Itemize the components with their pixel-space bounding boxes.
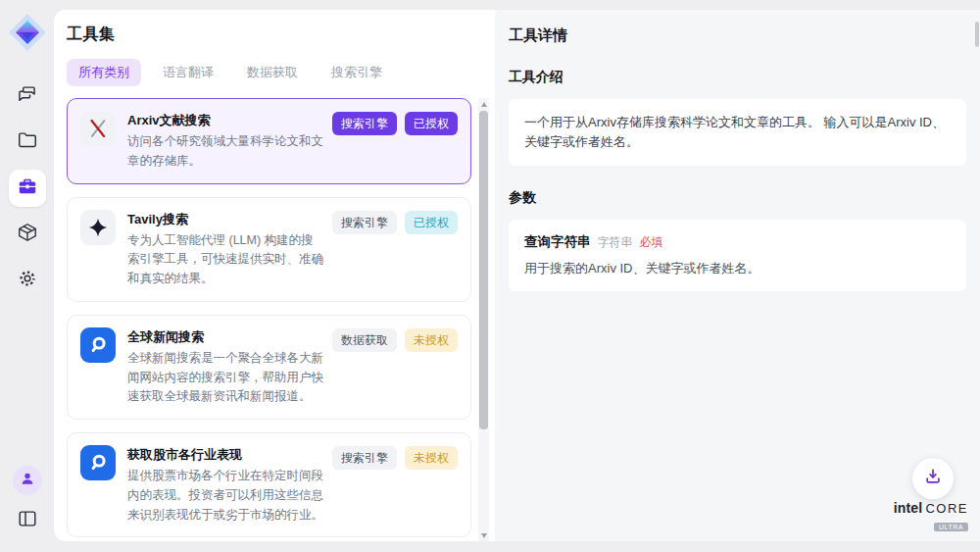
app-sidebar <box>0 0 54 552</box>
tool-description: 提供股票市场各个行业在特定时间段内的表现。投资者可以利用这些信息来识别表现优于或… <box>127 467 324 525</box>
tool-card[interactable]: 获取股市各行业表现提供股票市场各个行业在特定时间段内的表现。投资者可以利用这些信… <box>67 432 471 537</box>
intro-heading: 工具介绍 <box>509 69 966 86</box>
param-name: 查询字符串 <box>524 233 591 251</box>
juhe-icon <box>80 327 116 363</box>
tool-name: 获取股市各行业表现 <box>127 445 324 465</box>
auth-status-badge: 未授权 <box>405 328 458 352</box>
tool-card[interactable]: Arxiv文献搜索访问各个研究领域大量科学论文和文章的存储库。搜索引擎已授权 <box>67 98 471 184</box>
sidebar-item-files[interactable] <box>9 124 46 161</box>
param-card: 查询字符串 字符串 必填 用于搜索的Arxiv ID、关键字或作者姓名。 <box>509 220 966 291</box>
brand-intel-text: intel <box>894 500 923 516</box>
chat-icon <box>17 83 38 109</box>
sidebar-nav <box>9 77 46 299</box>
tool-detail-panel: 工具详情 工具介绍 一个用于从Arxiv存储库搜索科学论文和文章的工具。 输入可… <box>495 10 980 541</box>
main-window: 工具集 所有类别语言翻译数据获取搜索引擎 Arxiv文献搜索访问各个研究领域大量… <box>54 10 980 541</box>
category-tabs: 所有类别语言翻译数据获取搜索引擎 <box>67 59 495 86</box>
download-icon <box>923 467 943 490</box>
gear-icon <box>17 268 38 293</box>
tool-description: 全球新闻搜索是一个聚合全球各大新闻网站内容的搜索引擎，帮助用户快速获取全球最新资… <box>127 349 324 407</box>
panel-toggle-icon <box>17 508 38 533</box>
tool-list-viewport: Arxiv文献搜索访问各个研究领域大量科学论文和文章的存储库。搜索引擎已授权Ta… <box>67 98 495 541</box>
scrollbar-thumb[interactable] <box>479 111 488 429</box>
tab-0[interactable]: 所有类别 <box>67 59 141 86</box>
list-scrollbar[interactable] <box>478 98 489 541</box>
tool-card[interactable]: Tavily搜索专为人工智能代理 (LLM) 构建的搜索引擎工具，可快速提供实时… <box>67 197 471 302</box>
sidebar-item-settings[interactable] <box>9 262 46 299</box>
category-badge: 搜索引擎 <box>332 112 397 135</box>
tool-name: Arxiv文献搜索 <box>127 111 324 130</box>
arxiv-icon <box>80 111 116 146</box>
tavily-icon <box>80 210 116 245</box>
tool-description: 专为人工智能代理 (LLM) 构建的搜索引擎工具，可快速提供实时、准确和真实的结… <box>127 231 324 289</box>
tools-panel: 工具集 所有类别语言翻译数据获取搜索引擎 Arxiv文献搜索访问各个研究领域大量… <box>54 10 495 541</box>
tool-name: 全球新闻搜索 <box>127 327 324 347</box>
scrollbar-up-icon[interactable] <box>478 98 489 110</box>
auth-status-badge: 已授权 <box>405 112 458 135</box>
collapse-sidebar-button[interactable] <box>12 505 43 536</box>
scrollbar-down-icon[interactable] <box>478 529 489 541</box>
category-badge: 搜索引擎 <box>332 446 397 470</box>
download-button[interactable] <box>912 458 954 499</box>
category-badge: 搜索引擎 <box>332 211 397 234</box>
cube-icon <box>17 222 38 247</box>
app-logo <box>7 11 48 54</box>
person-icon <box>19 470 36 491</box>
auth-status-badge: 未授权 <box>405 446 458 470</box>
param-required-flag: 必填 <box>640 234 663 251</box>
intel-core-logo: intel core ultra <box>894 500 968 533</box>
detail-title: 工具详情 <box>509 26 966 45</box>
tool-card-body: Arxiv文献搜索访问各个研究领域大量科学论文和文章的存储库。 <box>127 111 324 172</box>
page-scrollbar-thumb[interactable] <box>975 22 979 47</box>
auth-status-badge: 已授权 <box>405 211 458 234</box>
tool-description: 访问各个研究领域大量科学论文和文章的存储库。 <box>127 132 324 172</box>
params-heading: 参数 <box>509 189 966 207</box>
tool-card-body: 获取股市各行业表现提供股票市场各个行业在特定时间段内的表现。投资者可以利用这些信… <box>127 445 324 525</box>
sidebar-item-chat[interactable] <box>9 77 46 115</box>
brand-badge: ultra <box>934 523 968 531</box>
tool-badges: 搜索引擎已授权 <box>332 112 458 135</box>
intro-text: 一个用于从Arxiv存储库搜索科学论文和文章的工具。 输入可以是Arxiv ID… <box>524 115 945 149</box>
tool-card-body: Tavily搜索专为人工智能代理 (LLM) 构建的搜索引擎工具，可快速提供实时… <box>127 210 324 289</box>
page-title: 工具集 <box>67 25 495 45</box>
intro-box: 一个用于从Arxiv存储库搜索科学论文和文章的工具。 输入可以是Arxiv ID… <box>509 99 966 166</box>
tool-card-body: 全球新闻搜索全球新闻搜索是一个聚合全球各大新闻网站内容的搜索引擎，帮助用户快速获… <box>127 327 324 407</box>
juhe-icon <box>80 445 116 480</box>
sidebar-bottom <box>12 466 43 536</box>
sidebar-item-packages[interactable] <box>9 216 46 253</box>
tool-list: Arxiv文献搜索访问各个研究领域大量科学论文和文章的存储库。搜索引擎已授权Ta… <box>67 98 471 541</box>
tool-badges: 搜索引擎未授权 <box>332 446 458 470</box>
tool-name: Tavily搜索 <box>127 210 324 229</box>
user-avatar[interactable] <box>13 466 42 495</box>
brand-core-text: core <box>925 501 968 516</box>
param-type: 字符串 <box>598 234 633 251</box>
sidebar-item-tools[interactable] <box>9 170 46 207</box>
tab-1[interactable]: 语言翻译 <box>151 59 225 86</box>
tool-card[interactable]: 全球新闻搜索全球新闻搜索是一个聚合全球各大新闻网站内容的搜索引擎，帮助用户快速获… <box>67 315 471 420</box>
toolbox-icon <box>17 176 38 201</box>
folder-icon <box>17 129 38 155</box>
tab-2[interactable]: 数据获取 <box>235 59 310 86</box>
tool-badges: 搜索引擎已授权 <box>332 211 458 234</box>
tab-3[interactable]: 搜索引擎 <box>319 59 394 86</box>
param-description: 用于搜索的Arxiv ID、关键字或作者姓名。 <box>524 260 951 277</box>
category-badge: 数据获取 <box>332 328 397 352</box>
tool-badges: 数据获取未授权 <box>332 328 458 352</box>
